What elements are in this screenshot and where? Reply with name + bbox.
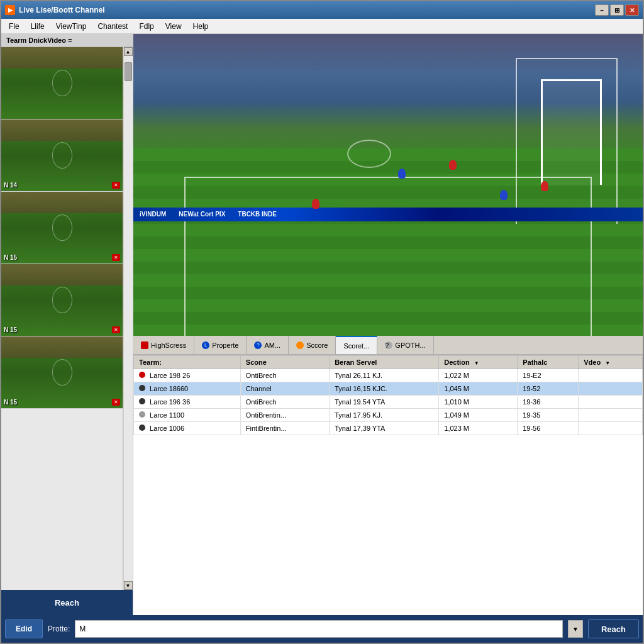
list-item[interactable]: N 15 ✕ xyxy=(1,336,123,409)
right-content: iVINDUM NEWat Cort PIX TBCKB INDE Hig xyxy=(133,34,643,615)
main-content: Tearm DnickVideo = N 14 xyxy=(1,34,643,615)
tab-icon-blue-l: L xyxy=(202,341,209,349)
thumbnail-label: N 15 xyxy=(4,399,17,406)
cell-pathalc: 19-E2 xyxy=(518,369,579,382)
tab-icon-question: ? xyxy=(385,341,392,349)
menu-chantest[interactable]: Chantest xyxy=(92,21,133,32)
protte-dropdown[interactable]: ▼ xyxy=(568,620,583,638)
bottom-reach-button[interactable]: Reach xyxy=(588,619,639,638)
video-player[interactable]: iVINDUM NEWat Cort PIX TBCKB INDE xyxy=(133,34,643,336)
thumbnail-label: N 14 xyxy=(4,182,17,189)
table-row[interactable]: Larce 198 26 OntiBrech Tynal 26,11 KJ. 1… xyxy=(134,369,643,382)
table-row[interactable]: Larce 1100 OntiBrentin... Tynal 17.95 KJ… xyxy=(134,409,643,422)
sidebar-scroll[interactable]: N 14 ✕ N 15 ✕ xyxy=(1,47,133,590)
scroll-down-arrow[interactable]: ▼ xyxy=(124,581,133,590)
list-item[interactable]: N 14 ✕ xyxy=(1,119,123,192)
col-header-dection[interactable]: Dection ▼ xyxy=(439,356,518,369)
maximize-button[interactable]: ⊞ xyxy=(610,4,624,16)
tab-score[interactable]: Sccore xyxy=(289,336,336,354)
tab-am[interactable]: ? AM... xyxy=(247,336,289,354)
tab-icon-orange xyxy=(296,341,304,349)
tab-gpoth[interactable]: ? GPOTH... xyxy=(377,336,433,354)
cell-pathalc: 19-36 xyxy=(518,396,579,409)
minimize-button[interactable]: – xyxy=(595,4,609,16)
col-header-vdeo[interactable]: Vdeo ▼ xyxy=(579,356,643,369)
cell-pathalc: 19-52 xyxy=(518,382,579,396)
scroll-up-arrow[interactable]: ▲ xyxy=(124,47,133,56)
menu-llife[interactable]: Llife xyxy=(26,21,50,32)
table-row[interactable]: Larce 196 36 OntiBrech Tynal 19.54 YTA 1… xyxy=(134,396,643,409)
menu-viewtinp[interactable]: ViewTinp xyxy=(51,21,92,32)
col-header-scone: Scone xyxy=(240,356,329,369)
protte-input[interactable] xyxy=(75,620,563,638)
cell-pathalc: 19-35 xyxy=(518,409,579,422)
sort-arrow-vdeo: ▼ xyxy=(605,360,610,366)
penalty-box xyxy=(516,58,618,224)
cell-scone: OntiBrech xyxy=(240,369,329,382)
player-blue-2 xyxy=(500,190,508,200)
app-icon: ▶ xyxy=(5,5,15,15)
close-button[interactable]: ✕ xyxy=(625,4,639,16)
cell-pathalc: 19-56 xyxy=(518,422,579,435)
col-header-beran: Beran Servel xyxy=(330,356,439,369)
menu-bar: Fle Llife ViewTinp Chantest Fdlp View He… xyxy=(1,19,643,34)
cell-beran: Tynal 17,39 YTA xyxy=(330,422,439,435)
scroll-track[interactable] xyxy=(124,56,133,581)
cell-beran: Tynal 19.54 YTA xyxy=(330,396,439,409)
cell-vdeo xyxy=(579,382,643,396)
cell-scone: FintiBrentin... xyxy=(240,422,329,435)
player-red-1 xyxy=(312,199,319,209)
col-header-pathalc: Pathalc xyxy=(518,356,579,369)
list-item[interactable]: N 15 ✕ xyxy=(1,264,123,336)
tab-scoret[interactable]: Scoret... xyxy=(336,336,377,354)
scroll-thumb[interactable] xyxy=(125,62,132,81)
menu-view[interactable]: View xyxy=(160,21,187,32)
cell-vdeo xyxy=(579,409,643,422)
protte-label: Protte: xyxy=(48,625,70,633)
data-area: Tearm: Scone Beran Servel Dection ▼ Path… xyxy=(133,355,643,615)
window-title: Live Lise/Boott Channel xyxy=(19,6,595,14)
edit-button[interactable]: Edid xyxy=(5,619,43,638)
cell-vdeo xyxy=(579,422,643,435)
table-row[interactable]: Larce 1006 FintiBrentin... Tynal 17,39 Y… xyxy=(134,422,643,435)
thumbnail-label: N 15 xyxy=(4,254,17,261)
cell-dection: 1,010 M xyxy=(439,396,518,409)
ad-text-2: NEWat Cort PIX xyxy=(179,211,225,218)
cell-team: Larce 1006 xyxy=(134,422,241,435)
player-blue-1 xyxy=(398,169,406,179)
list-item[interactable] xyxy=(1,47,123,119)
cell-scone: OntiBrentin... xyxy=(240,409,329,422)
cell-dection: 1,022 M xyxy=(439,369,518,382)
tab-properte[interactable]: L Properte xyxy=(194,336,247,354)
cell-team: Larce 1100 xyxy=(134,409,241,422)
row-icon-gray xyxy=(139,411,145,418)
table-row[interactable]: Larce 18660 Channel Tynal 16,15 KJC. 1,0… xyxy=(134,382,643,396)
cell-team: Larce 18660 xyxy=(134,382,241,396)
ad-text-1: iVINDUM xyxy=(140,211,166,218)
row-icon-red xyxy=(139,372,145,378)
menu-help[interactable]: Help xyxy=(188,21,214,32)
player-red-2 xyxy=(449,160,457,170)
list-item[interactable]: N 15 ✕ xyxy=(1,192,123,264)
table-wrapper[interactable]: Tearm: Scone Beran Servel Dection ▼ Path… xyxy=(133,355,643,615)
table-header-row: Tearm: Scone Beran Servel Dection ▼ Path… xyxy=(134,356,643,369)
window-controls: – ⊞ ✕ xyxy=(595,4,639,16)
video-tabs: HighScress L Properte ? AM... Sccore Sco… xyxy=(133,336,643,355)
data-table: Tearm: Scone Beran Servel Dection ▼ Path… xyxy=(133,355,643,435)
app-window: ▶ Live Lise/Boott Channel – ⊞ ✕ Fle Llif… xyxy=(0,0,644,644)
cell-dection: 1,023 M xyxy=(439,422,518,435)
sidebar-reach-button[interactable]: Reach xyxy=(1,590,133,615)
menu-fdlp[interactable]: Fdlp xyxy=(134,21,158,32)
tab-highscress[interactable]: HighScress xyxy=(133,336,194,354)
menu-file[interactable]: Fle xyxy=(4,21,25,32)
thumbnail-badge: ✕ xyxy=(112,326,120,333)
sidebar-scrollbar: ▲ ▼ xyxy=(123,47,133,590)
ad-banner: iVINDUM NEWat Cort PIX TBCKB INDE xyxy=(133,208,643,221)
player-red-3 xyxy=(541,181,548,191)
cell-beran: Tynal 26,11 KJ. xyxy=(330,369,439,382)
thumbnail-list: N 14 ✕ N 15 ✕ xyxy=(1,47,123,590)
cell-team: Larce 198 26 xyxy=(134,369,241,382)
thumbnail-badge: ✕ xyxy=(112,399,120,406)
thumbnail-badge: ✕ xyxy=(112,254,120,261)
cell-beran: Tynal 17.95 KJ. xyxy=(330,409,439,422)
